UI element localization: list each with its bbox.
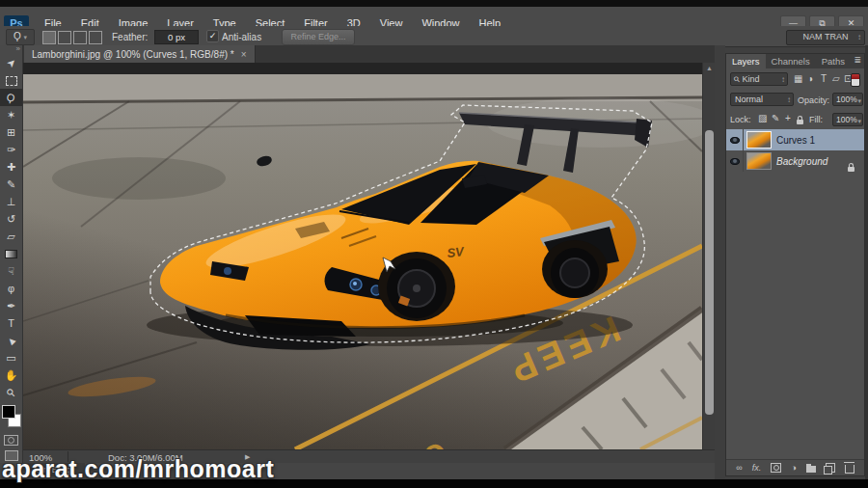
lasso-tool[interactable]: Ϙ [0,89,22,106]
anti-alias-label: Anti-alias [222,32,261,42]
healing-brush-icon: ✚ [7,161,15,173]
layers-panel-footer: ∞ fx. ◑ [726,459,864,475]
new-group-icon[interactable] [806,466,816,473]
image-canvas[interactable]: KEEP C [23,63,702,449]
intersect-selection-mode-icon[interactable] [89,31,102,44]
lock-transparency-icon[interactable]: ▨ [758,113,767,123]
filter-kind-dropdown[interactable]: ⚲ Kind ↕ [730,72,788,86]
new-selection-mode-icon[interactable] [42,31,56,44]
clone-stamp-icon: ⊥ [7,196,16,207]
layer-name[interactable]: Background [776,156,827,167]
zoom-tool[interactable]: ⚲ [0,384,22,401]
brush-tool[interactable]: ✎ [0,176,22,193]
layer-thumbnail[interactable] [747,153,771,169]
tools-panel: » ➤ Ϙ ✶ ⊞ ✑ ✚ ✎ ⊥ ↺ ▱ ☟ φ ✒ T ▲ ▭ ✋ ⚲ [0,45,23,479]
workspace-switcher[interactable]: NAM TRAN ↕ [786,30,865,45]
clone-stamp-tool[interactable]: ⊥ [0,193,22,210]
filter-adjustment-layers-icon[interactable]: ◑ [807,72,813,86]
delete-layer-icon[interactable] [845,465,854,474]
blend-mode-dropdown[interactable]: Normal ↕ [730,93,794,106]
quick-mask-button[interactable] [4,435,18,446]
lock-row: Lock: ▨ ✎ + Fill: 100% ▾ [726,110,864,129]
dodge-tool[interactable]: φ [0,280,22,297]
new-layer-icon[interactable] [826,463,835,473]
opacity-label: Opacity: [798,95,829,105]
up-down-arrows-icon: ↕ [787,94,791,106]
lock-position-icon[interactable]: + [785,113,791,123]
new-adjustment-layer-icon[interactable]: ◑ [791,463,796,473]
hand-icon: ✋ [5,369,18,381]
shape-icon: ▭ [6,352,15,364]
lamborghini-photo: KEEP C [23,63,702,449]
eyedropper-tool[interactable]: ✑ [0,141,22,158]
path-select-tool[interactable]: ▲ [0,332,22,349]
filter-shape-layers-icon[interactable]: ▱ [832,72,840,86]
smudge-tool[interactable]: ☟ [0,262,22,280]
filter-kind-label: Kind [742,74,759,84]
dock-gap [715,45,725,479]
document-tab[interactable]: Lamborghini.jpg @ 100% (Curves 1, RGB/8#… [24,45,256,63]
visibility-cell[interactable] [726,150,744,172]
marquee-icon [6,76,17,86]
smudge-icon: ☟ [8,265,14,277]
filter-pixel-layers-icon[interactable]: ▦ [794,72,802,86]
photoshop-window: Ps File Edit Image Layer Type Select Fil… [0,0,868,488]
link-layers-icon[interactable]: ∞ [736,463,742,473]
crop-tool[interactable]: ⊞ [0,123,22,141]
vertical-scrollbar[interactable]: ▲ [702,63,716,449]
lock-icon [848,158,854,176]
type-tool[interactable]: T [0,314,22,332]
pen-tool[interactable]: ✒ [0,297,22,314]
filter-toggle-switch[interactable] [851,73,860,87]
eraser-tool[interactable]: ▱ [0,228,22,245]
move-icon: ➤ [2,53,20,71]
move-tool[interactable]: ➤ [0,54,22,71]
layer-row-background[interactable]: Background [726,150,864,172]
path-select-icon: ▲ [1,331,20,350]
marquee-tool[interactable] [0,71,22,89]
feather-input[interactable]: 0 px [154,30,199,44]
magic-wand-tool[interactable]: ✶ [0,106,22,123]
layer-row-curves-1[interactable]: Curves 1 [726,129,864,150]
eye-icon [730,158,740,165]
layer-list: Curves 1 Background [726,129,864,172]
foreground-color-swatch[interactable] [2,405,15,419]
panel-menu-icon[interactable]: ≣ [854,55,861,65]
anti-alias-checkbox[interactable]: ✓ [206,30,219,42]
history-brush-tool[interactable]: ↺ [0,210,22,228]
quick-mask-icon [8,437,14,444]
collapse-dock-icon[interactable]: » [0,45,22,54]
visibility-cell[interactable] [726,129,744,150]
workspace-name: NAM TRAN [803,32,849,41]
lock-paint-icon[interactable]: ✎ [772,113,779,123]
tab-paths[interactable]: Paths [816,54,851,68]
sv-decal-text: SV [447,244,466,260]
refine-edge-button[interactable]: Refine Edge... [282,29,355,45]
hand-tool[interactable]: ✋ [0,366,22,384]
fill-dropdown[interactable]: 100% ▾ [832,113,863,126]
healing-brush-tool[interactable]: ✚ [0,158,22,176]
close-tab-icon[interactable]: × [241,49,247,60]
pen-icon: ✒ [7,300,15,312]
opacity-dropdown[interactable]: 100% ▾ [832,93,863,106]
layer-style-fx-icon[interactable]: fx. [752,463,762,473]
layer-thumbnail[interactable] [747,132,771,148]
eye-icon [730,137,740,144]
lock-all-icon[interactable] [797,116,803,126]
add-layer-mask-icon[interactable] [771,463,781,473]
filter-type-layers-icon[interactable]: T [821,72,827,86]
subtract-selection-mode-icon[interactable] [73,31,87,44]
chevron-down-icon: ▾ [24,34,28,41]
gradient-tool[interactable] [0,245,22,262]
tab-layers[interactable]: Layers [726,54,766,68]
shape-tool[interactable]: ▭ [0,349,22,366]
watermark-text: aparat.com/mrhomoart [2,455,274,483]
scrollbar-thumb[interactable] [705,130,714,415]
opacity-value: 100% [836,95,857,104]
type-icon: T [8,317,14,329]
add-selection-mode-icon[interactable] [58,31,71,44]
active-tool-dropdown[interactable]: Ϙ ▾ [6,29,35,45]
tab-channels[interactable]: Channels [766,54,816,68]
layer-name[interactable]: Curves 1 [776,135,815,146]
lasso-icon: Ϙ [14,31,21,41]
